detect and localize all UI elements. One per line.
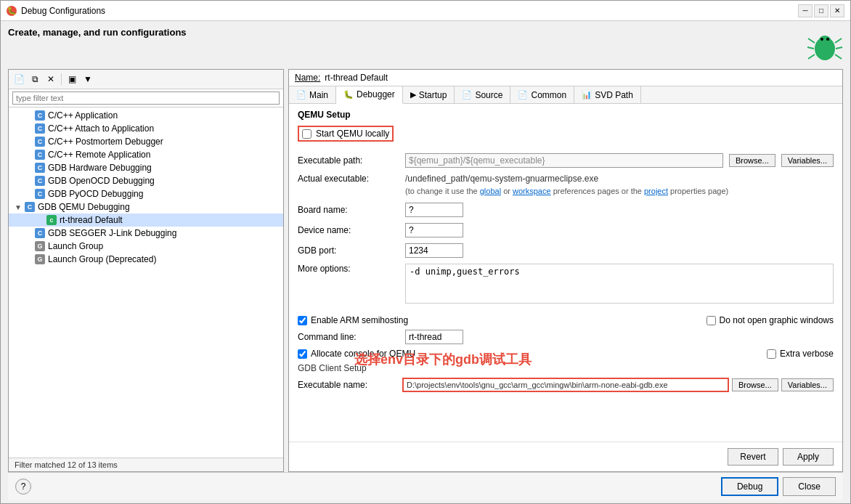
gdb-port-input[interactable] (405, 243, 463, 258)
start-qemu-checkbox[interactable] (302, 129, 312, 139)
svg-line-2 (808, 38, 815, 43)
help-button[interactable]: ? (15, 479, 31, 495)
device-name-input[interactable] (405, 223, 463, 237)
start-qemu-row: Start QEMU locally (298, 126, 834, 147)
debugger-tab-icon: 🐛 (343, 90, 354, 99)
exec-path-input[interactable] (405, 153, 723, 168)
exec-path-browse-button[interactable]: Browse... (729, 154, 775, 167)
board-name-input[interactable] (405, 203, 463, 217)
exec-name-browse-button[interactable]: Browse... (732, 378, 778, 391)
tab-startup-label: Startup (419, 90, 447, 100)
svg-line-7 (835, 54, 842, 59)
qemu-section-title: QEMU Setup (298, 110, 834, 120)
exec-name-variables-button[interactable]: Variables... (781, 378, 834, 391)
filter-button[interactable]: ▼ (81, 72, 95, 86)
more-options-row: More options: -d unimp,guest_errors (298, 264, 834, 304)
footer-right: Debug Close (721, 477, 836, 496)
c-icon: C (35, 189, 45, 199)
tab-svd-label: SVD Path (595, 90, 633, 100)
separator1 (298, 309, 834, 315)
svg-line-5 (836, 47, 842, 49)
tree-item-cpp-remote[interactable]: C C/C++ Remote Application (9, 148, 283, 161)
extra-verbose-checkbox[interactable] (767, 349, 776, 359)
tree-item-label: GDB Hardware Debugging (48, 163, 152, 173)
semihosting-row: Enable ARM semihosting Do not open graph… (298, 315, 834, 325)
device-name-label: Device name: (298, 225, 399, 235)
svg-point-8 (821, 38, 823, 41)
maximize-button[interactable]: □ (814, 4, 828, 17)
revert-apply-bar: Revert Apply (289, 442, 842, 471)
tree-item-gdb-openocd[interactable]: C GDB OpenOCD Debugging (9, 174, 283, 187)
tree-parent-gdb-qemu[interactable]: ▼ C GDB QEMU Debugging (9, 200, 283, 214)
new-config-button[interactable]: 📄 (12, 72, 26, 86)
tab-main[interactable]: 📄 Main (289, 86, 336, 103)
device-name-row: Device name: (298, 223, 834, 237)
source-tab-icon: 📄 (462, 90, 472, 99)
start-qemu-label[interactable]: Start QEMU locally (298, 126, 394, 142)
exec-path-variables-button[interactable]: Variables... (781, 154, 834, 167)
filter-input[interactable] (12, 92, 280, 105)
config-tree: C C/C++ Application C C/C++ Attach to Ap… (9, 107, 283, 458)
start-qemu-text: Start QEMU locally (316, 129, 389, 139)
tab-common-label: Common (531, 90, 566, 100)
tab-common[interactable]: 📄 Common (510, 86, 574, 103)
tree-item-gdb-pyocd[interactable]: C GDB PyOCD Debugging (9, 187, 283, 200)
svg-line-3 (835, 38, 842, 43)
tree-item-label: C/C++ Attach to Application (48, 123, 154, 134)
name-bar: Name: rt-thread Default (289, 70, 842, 86)
minimize-button[interactable]: ─ (798, 4, 813, 17)
tree-item-launch-group-dep[interactable]: G Launch Group (Deprecated) (9, 253, 283, 266)
startup-tab-icon: ▶ (410, 90, 416, 99)
allocate-console-checkbox[interactable] (298, 349, 307, 359)
exec-name-row: Executable name: Browse... Variables... (298, 378, 834, 392)
close-window-button[interactable]: ✕ (830, 4, 844, 17)
cmdline-input[interactable] (405, 330, 463, 344)
global-link[interactable]: global (480, 187, 501, 195)
common-tab-icon: 📄 (518, 90, 528, 99)
tree-item-gdb-hardware[interactable]: C GDB Hardware Debugging (9, 161, 283, 174)
svg-point-9 (826, 38, 829, 41)
tree-item-label: C/C++ Application (48, 110, 118, 121)
copy-config-button[interactable]: ⧉ (28, 72, 42, 86)
tab-debugger[interactable]: 🐛 Debugger (336, 86, 403, 104)
config-name-value: rt-thread Default (325, 73, 388, 83)
close-button[interactable]: Close (783, 477, 836, 496)
project-link[interactable]: project (644, 187, 668, 195)
tree-item-cpp-app[interactable]: C C/C++ Application (9, 109, 283, 122)
tree-item-cpp-attach[interactable]: C C/C++ Attach to Application (9, 122, 283, 135)
revert-button[interactable]: Revert (728, 448, 778, 466)
debug-button[interactable]: Debug (721, 477, 778, 496)
exec-name-label: Executable name: (298, 380, 399, 390)
exec-path-label: Executable path: (298, 155, 399, 166)
tree-item-gdb-segger[interactable]: C GDB SEGGER J-Link Debugging (9, 227, 283, 240)
c-icon: C (35, 110, 45, 121)
extra-verbose-label[interactable]: Extra verbose (767, 349, 834, 359)
tab-startup[interactable]: ▶ Startup (403, 86, 455, 103)
expand-arrow: ▼ (15, 203, 22, 211)
collapse-button[interactable]: ▣ (65, 72, 79, 86)
tree-item-launch-group[interactable]: G Launch Group (9, 240, 283, 253)
c-icon: C (25, 202, 35, 212)
tree-item-cpp-postmortem[interactable]: C C/C++ Postmortem Debugger (9, 135, 283, 148)
exec-name-input[interactable] (402, 378, 729, 392)
tab-source[interactable]: 📄 Source (455, 86, 510, 103)
no-graphic-label[interactable]: Do not open graphic windows (707, 315, 834, 325)
tab-main-label: Main (309, 90, 328, 100)
no-graphic-checkbox[interactable] (707, 316, 716, 325)
title-bar-left: 🐛 Debug Configurations (7, 6, 105, 16)
workspace-link[interactable]: workspace (513, 187, 551, 195)
tab-source-label: Source (475, 90, 502, 100)
extra-verbose-text: Extra verbose (780, 349, 834, 359)
more-options-input[interactable]: -d unimp,guest_errors (405, 264, 834, 304)
c-icon: C (35, 163, 45, 173)
actual-exec-label: Actual executable: (298, 174, 399, 184)
delete-config-button[interactable]: ✕ (44, 72, 58, 86)
main-tab-icon: 📄 (296, 90, 306, 99)
apply-button[interactable]: Apply (783, 448, 834, 466)
allocate-console-label[interactable]: Allocate console for QEMU (298, 349, 415, 359)
enable-arm-checkbox[interactable] (298, 316, 307, 325)
tab-svd-path[interactable]: 📊 SVD Path (574, 86, 641, 103)
window-title: Debug Configurations (21, 6, 105, 16)
tree-item-rt-thread[interactable]: c rt-thread Default (9, 214, 283, 227)
enable-arm-label[interactable]: Enable ARM semihosting (298, 315, 408, 325)
